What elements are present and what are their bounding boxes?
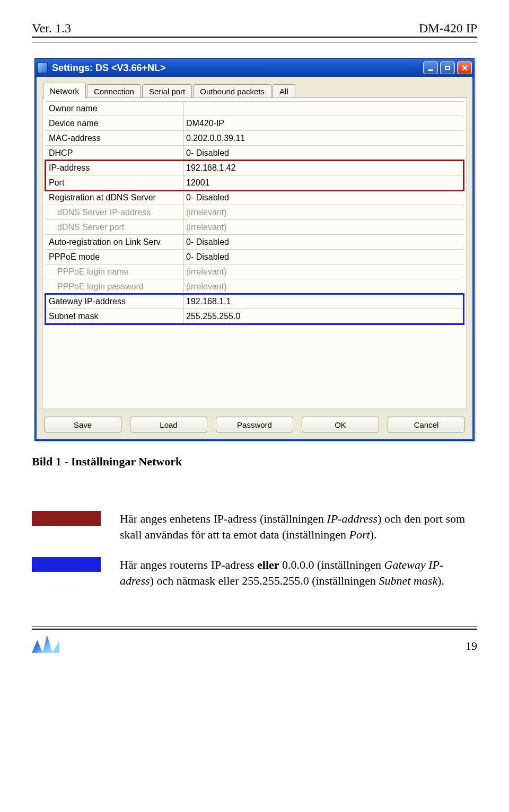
value-ddns-server-ip: (irrelevant) xyxy=(183,205,463,219)
row-pppoe-password: PPPoE login password (irrelevant) xyxy=(46,279,463,294)
legend-text-blue: Här anges routerns IP-adress eller 0.0.0… xyxy=(120,557,477,588)
label-pppoe-login: PPPoE login name xyxy=(46,267,183,277)
maximize-button[interactable] xyxy=(440,61,455,74)
row-ip-address[interactable]: IP-address 192.168.1.42 xyxy=(46,161,463,175)
tab-outbound-packets[interactable]: Outbound packets xyxy=(193,84,271,98)
legend-row-blue: Här anges routerns IP-adress eller 0.0.0… xyxy=(32,557,477,588)
button-bar: Save Load Password OK Cancel xyxy=(42,409,467,433)
row-subnet-mask[interactable]: Subnet mask 255.255.255.0 xyxy=(46,309,463,324)
label-ddns-registration: Registration at dDNS Server xyxy=(46,193,183,202)
row-ddns-server-ip: dDNS Server IP-address (irrelevant) xyxy=(46,205,463,220)
password-button[interactable]: Password xyxy=(216,417,293,433)
tab-strip: Network Connection Serial port Outbound … xyxy=(42,82,467,98)
swatch-blue xyxy=(32,557,101,572)
label-port: Port xyxy=(46,178,183,188)
tab-connection[interactable]: Connection xyxy=(87,84,141,98)
label-device-name: Device name xyxy=(46,119,183,128)
doc-footer: 19 xyxy=(32,626,477,653)
footer-logo-icon xyxy=(32,635,59,653)
settings-list: Owner name Device name DM420-IP MAC-addr… xyxy=(46,101,463,324)
label-auto-registration: Auto-registration on Link Serv xyxy=(46,237,183,247)
minimize-button[interactable] xyxy=(423,61,438,74)
value-pppoe-mode[interactable]: 0- Disabled xyxy=(183,250,463,264)
figure-caption: Bild 1 - Inställningar Network xyxy=(32,455,477,469)
doc-header: Ver. 1.3 DM-420 IP xyxy=(32,21,477,38)
value-ddns-server-port: (irrelevant) xyxy=(183,220,463,234)
row-device-name[interactable]: Device name DM420-IP xyxy=(46,116,463,131)
ok-button[interactable]: OK xyxy=(302,417,379,433)
row-ddns-server-port: dDNS Server port (irrelevant) xyxy=(46,220,463,235)
load-button[interactable]: Load xyxy=(130,417,207,433)
page-number: 19 xyxy=(466,639,477,653)
window-title: Settings: DS <V3.66+NL> xyxy=(52,63,166,74)
row-pppoe-login: PPPoE login name (irrelevant) xyxy=(46,264,463,279)
row-ddns-registration[interactable]: Registration at dDNS Server 0- Disabled xyxy=(46,190,463,205)
row-owner-name[interactable]: Owner name xyxy=(46,101,463,116)
titlebar[interactable]: Settings: DS <V3.66+NL> ✕ xyxy=(35,59,474,77)
value-ip-address[interactable]: 192.168.1.42 xyxy=(183,161,463,175)
legend: Här anges enhetens IP-adress (inställnin… xyxy=(32,511,477,589)
tab-network[interactable]: Network xyxy=(43,83,86,99)
row-dhcp[interactable]: DHCP 0- Disabled xyxy=(46,146,463,161)
legend-text-red: Här anges enhetens IP-adress (inställnin… xyxy=(120,511,477,542)
value-pppoe-login: (irrelevant) xyxy=(183,264,463,279)
label-ddns-server-port: dDNS Server port xyxy=(46,223,183,232)
row-gateway-ip[interactable]: Gateway IP-address 192.168.1.1 xyxy=(46,294,463,309)
settings-window: Settings: DS <V3.66+NL> ✕ Network Connec… xyxy=(34,58,475,441)
value-port[interactable]: 12001 xyxy=(183,175,463,190)
app-icon xyxy=(37,63,48,73)
label-ddns-server-ip: dDNS Server IP-address xyxy=(46,208,183,217)
value-subnet-mask[interactable]: 255.255.255.0 xyxy=(183,309,463,323)
value-pppoe-password: (irrelevant) xyxy=(183,279,463,294)
doc-version: Ver. 1.3 xyxy=(32,21,71,36)
value-gateway-ip[interactable]: 192.168.1.1 xyxy=(183,294,463,308)
value-auto-registration[interactable]: 0- Disabled xyxy=(183,235,463,249)
row-auto-registration[interactable]: Auto-registration on Link Serv 0- Disabl… xyxy=(46,235,463,250)
save-button[interactable]: Save xyxy=(44,417,121,433)
label-pppoe-mode: PPPoE mode xyxy=(46,252,183,262)
close-button[interactable]: ✕ xyxy=(457,61,472,74)
tab-all[interactable]: All xyxy=(273,84,295,98)
swatch-red xyxy=(32,511,101,526)
tab-panel-network: Owner name Device name DM420-IP MAC-addr… xyxy=(42,98,467,409)
label-pppoe-password: PPPoE login password xyxy=(46,282,183,292)
label-subnet-mask: Subnet mask xyxy=(46,312,183,321)
cancel-button[interactable]: Cancel xyxy=(388,417,465,433)
row-mac-address[interactable]: MAC-address 0.202.0.0.39.11 xyxy=(46,131,463,146)
label-owner-name: Owner name xyxy=(46,104,183,113)
row-port[interactable]: Port 12001 xyxy=(46,175,463,190)
label-ip-address: IP-address xyxy=(46,163,183,173)
value-ddns-registration[interactable]: 0- Disabled xyxy=(183,190,463,205)
row-pppoe-mode[interactable]: PPPoE mode 0- Disabled xyxy=(46,250,463,264)
value-mac-address[interactable]: 0.202.0.0.39.11 xyxy=(183,131,463,145)
label-mac-address: MAC-address xyxy=(46,134,183,143)
value-owner-name[interactable] xyxy=(183,102,463,116)
doc-model: DM-420 IP xyxy=(419,21,477,36)
label-dhcp: DHCP xyxy=(46,148,183,158)
label-gateway-ip: Gateway IP-address xyxy=(46,297,183,306)
value-dhcp[interactable]: 0- Disabled xyxy=(183,146,463,160)
legend-row-red: Här anges enhetens IP-adress (inställnin… xyxy=(32,511,477,542)
value-device-name[interactable]: DM420-IP xyxy=(183,116,463,130)
tab-serial-port[interactable]: Serial port xyxy=(142,84,192,98)
